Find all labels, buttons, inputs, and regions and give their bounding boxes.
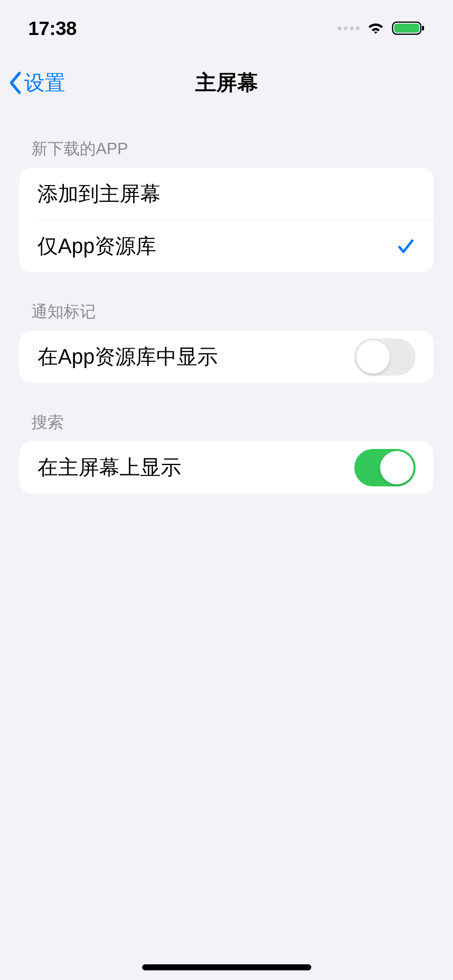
status-bar: 17:38: [0, 0, 453, 56]
row-show-in-app-library: 在App资源库中显示: [19, 331, 434, 383]
option-app-library-only-label: 仅App资源库: [37, 233, 156, 260]
section-group-new-downloads: 添加到主屏幕 仅App资源库: [19, 168, 434, 272]
option-add-to-home[interactable]: 添加到主屏幕: [19, 168, 434, 220]
row-show-on-home: 在主屏幕上显示: [19, 441, 434, 494]
option-app-library-only[interactable]: 仅App资源库: [19, 220, 434, 272]
status-bar-right: [338, 21, 425, 36]
toggle-knob: [380, 451, 414, 484]
chevron-left-icon: [8, 71, 23, 95]
toggle-show-on-home[interactable]: [354, 449, 416, 486]
section-group-search: 在主屏幕上显示: [19, 441, 434, 494]
toggle-show-in-app-library[interactable]: [354, 338, 416, 376]
row-show-in-app-library-label: 在App资源库中显示: [37, 343, 218, 371]
section-group-notification-badges: 在App资源库中显示: [19, 331, 434, 383]
navigation-bar: 设置 主屏幕: [0, 56, 453, 109]
toggle-knob: [356, 340, 390, 374]
page-title: 主屏幕: [195, 69, 258, 97]
settings-content: 新下载的APP 添加到主屏幕 仅App资源库 通知标记 在App资源库中显示 搜…: [0, 109, 453, 494]
section-header-search: 搜索: [19, 383, 434, 441]
checkmark-icon: [396, 237, 416, 256]
status-time: 17:38: [28, 17, 77, 39]
back-button-label: 设置: [24, 69, 65, 97]
svg-rect-1: [394, 24, 419, 33]
back-button[interactable]: 设置: [8, 69, 65, 97]
section-header-notification-badges: 通知标记: [19, 272, 434, 331]
row-show-on-home-label: 在主屏幕上显示: [37, 454, 181, 482]
battery-icon: [392, 21, 425, 36]
cellular-signal-icon: [338, 27, 360, 30]
wifi-icon: [366, 21, 385, 35]
svg-rect-2: [422, 26, 424, 31]
option-add-to-home-label: 添加到主屏幕: [37, 180, 161, 208]
home-indicator[interactable]: [142, 964, 311, 970]
section-header-new-downloads: 新下载的APP: [19, 109, 434, 168]
